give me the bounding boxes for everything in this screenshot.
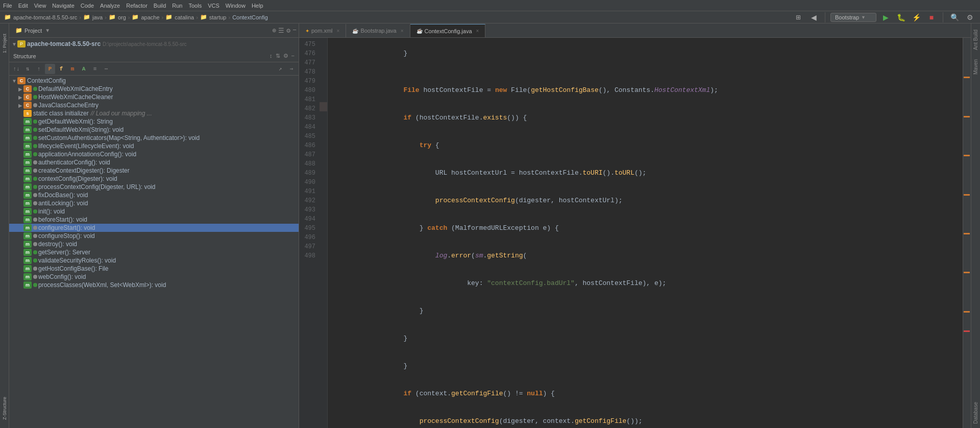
expand-arrow-icon[interactable]: ▼ bbox=[11, 41, 17, 47]
close-structure-icon[interactable]: − bbox=[291, 53, 295, 59]
sort-alpha-icon[interactable]: ↕ bbox=[270, 53, 273, 59]
close-tab-icon[interactable]: × bbox=[337, 28, 340, 34]
settings-icon[interactable]: ☰ bbox=[278, 27, 284, 35]
coverage-btn[interactable]: ⚡ bbox=[910, 11, 922, 23]
breadcrumb-startup[interactable]: startup bbox=[209, 14, 227, 20]
menu-view[interactable]: View bbox=[34, 3, 46, 9]
tree-item-defaultwebxmlcacheentry[interactable]: ▶ C DefaultWebXmlCacheEntry bbox=[9, 85, 299, 93]
menu-vcs[interactable]: VCS bbox=[208, 3, 219, 9]
stop-btn[interactable]: ■ bbox=[925, 11, 938, 23]
tree-item-contextconfig-method[interactable]: m contextConfig(Digester): void bbox=[9, 175, 299, 183]
tree-item-configurestop[interactable]: m configureStop(): void bbox=[9, 232, 299, 240]
settings-btn[interactable]: ⚙ bbox=[964, 11, 976, 23]
line-num: 491 bbox=[299, 187, 315, 196]
run-btn[interactable]: ▶ bbox=[879, 11, 892, 23]
expand-all-btn[interactable]: ≡ bbox=[90, 64, 100, 74]
menu-window[interactable]: Window bbox=[226, 3, 246, 9]
code-line-475: } bbox=[332, 40, 959, 67]
tree-item-fixdocbase[interactable]: m fixDocBase(): void bbox=[9, 191, 299, 199]
project-sidebar-tab[interactable]: 1: Project bbox=[1, 30, 8, 57]
tree-item-setdefaultwebxml[interactable]: m setDefaultWebXml(String): void bbox=[9, 126, 299, 134]
tab-contextconfigjava[interactable]: ☕ ContextConfig.java × bbox=[410, 24, 486, 37]
autoscroll-btn[interactable]: ⇒ bbox=[286, 64, 297, 74]
menu-tools[interactable]: Tools bbox=[188, 3, 202, 9]
menu-navigate[interactable]: Navigate bbox=[52, 3, 74, 9]
maven-tab[interactable]: Maven bbox=[972, 55, 979, 79]
expand-icon[interactable]: ▶ bbox=[17, 86, 23, 92]
show-inherited-btn[interactable]: ↑ bbox=[34, 64, 44, 74]
show-methods-btn[interactable]: m bbox=[67, 64, 78, 74]
code-content[interactable]: } File hostContextFile = new File(getHos… bbox=[328, 38, 963, 428]
expand-icon[interactable]: ▶ bbox=[17, 94, 23, 100]
sort-by-visibility-btn[interactable]: ↑↓ bbox=[11, 64, 21, 74]
collapse-all-btn[interactable]: ⋯ bbox=[101, 64, 111, 74]
menu-refactor[interactable]: Refactor bbox=[126, 3, 148, 9]
tree-item-validatesecurityroles[interactable]: m validateSecurityRoles(): void bbox=[9, 256, 299, 265]
minimize-icon[interactable]: − bbox=[292, 27, 297, 35]
close-tab-icon[interactable]: × bbox=[401, 28, 404, 34]
database-tab[interactable]: Database bbox=[972, 398, 979, 428]
show-abstract-btn[interactable]: A bbox=[79, 64, 89, 74]
menu-analyze[interactable]: Analyze bbox=[100, 3, 120, 9]
project-tab[interactable]: 📁 Project ▼ bbox=[11, 26, 54, 35]
tree-item-processclasses[interactable]: m processClasses(WebXml, Set<WebXml>): v… bbox=[9, 281, 299, 289]
tree-item-authenticatorconfig[interactable]: m authenticatorConfig(): void bbox=[9, 158, 299, 167]
tree-item-init[interactable]: m init(): void bbox=[9, 207, 299, 216]
z-structure-sidebar-tab[interactable]: Z-Structure bbox=[1, 393, 8, 424]
project-root-item[interactable]: ▼ P apache-tomcat-8.5.50-src D:\projects… bbox=[9, 40, 299, 48]
tree-item-javaclasscacheentry[interactable]: ▶ C JavaClassCacheEntry bbox=[9, 101, 299, 109]
expand-contextconfig-icon[interactable]: ▼ bbox=[11, 78, 17, 84]
configure-structure-icon[interactable]: ⚙ bbox=[283, 53, 288, 59]
menu-edit[interactable]: Edit bbox=[18, 3, 28, 9]
menu-code[interactable]: Code bbox=[81, 3, 94, 9]
sort-order-icon[interactable]: ⇅ bbox=[276, 53, 280, 59]
tree-item-webconfig[interactable]: m webConfig(): void bbox=[9, 273, 299, 281]
gear-icon[interactable]: ⊕ bbox=[273, 27, 277, 35]
breadcrumb-org[interactable]: org bbox=[118, 14, 126, 20]
tree-item-antilocking[interactable]: m antiLocking(): void bbox=[9, 199, 299, 207]
debug-btn[interactable]: 🐛 bbox=[895, 11, 907, 23]
tree-item-hostwebxmlcachecleaner[interactable]: ▶ C HostWebXmlCacheCleaner bbox=[9, 93, 299, 101]
show-fields-btn[interactable]: f bbox=[56, 64, 66, 74]
show-properties-btn[interactable]: P bbox=[45, 64, 55, 74]
breadcrumb-project[interactable]: apache-tomcat-8.5.50-src bbox=[13, 14, 77, 20]
tree-item-getserver[interactable]: m getServer(): Server bbox=[9, 248, 299, 256]
expand-icon[interactable]: ▶ bbox=[17, 103, 23, 108]
tree-item-lifecycleevent[interactable]: m lifecycleEvent(LifecycleEvent): void bbox=[9, 142, 299, 150]
tree-item-applicationannotationsconfig[interactable]: m applicationAnnotationsConfig(): void bbox=[9, 150, 299, 158]
menu-run[interactable]: Run bbox=[172, 3, 182, 9]
access-public-icon bbox=[33, 95, 37, 99]
breadcrumb-catalina[interactable]: catalina bbox=[175, 14, 194, 20]
tab-pomxml[interactable]: ✦ pom.xml × bbox=[299, 24, 346, 37]
menu-help[interactable]: Help bbox=[252, 3, 263, 9]
tree-item-static-initializer[interactable]: s static class initializer // Load our m… bbox=[9, 109, 299, 117]
menu-build[interactable]: Build bbox=[154, 3, 166, 9]
org-folder-icon: 📁 bbox=[109, 14, 116, 20]
sort-alphabetically-btn[interactable]: ⇅ bbox=[22, 64, 33, 74]
tree-item-beforestart[interactable]: m beforeStart(): void bbox=[9, 216, 299, 224]
close-tab-icon[interactable]: × bbox=[476, 28, 479, 34]
back-btn[interactable]: ◀ bbox=[807, 11, 820, 23]
menu-file[interactable]: File bbox=[3, 3, 12, 9]
tree-item-configurestart[interactable]: m configureStart(): void bbox=[9, 224, 299, 232]
run-config-dropdown[interactable]: Bootstrap ▼ bbox=[830, 13, 876, 22]
tree-item-createcontextdigester[interactable]: m createContextDigester(): Digester bbox=[9, 167, 299, 175]
breadcrumb-apache[interactable]: apache bbox=[141, 14, 159, 20]
configure-icon[interactable]: ⚙ bbox=[286, 27, 290, 35]
tree-item-processcontextconfig[interactable]: m processContextConfig(Digester, URL): v… bbox=[9, 183, 299, 191]
layout-btn[interactable]: ⊞ bbox=[792, 11, 804, 23]
tab-bootstrapjava[interactable]: ☕ Bootstrap.java × bbox=[346, 24, 410, 37]
ant-build-tab[interactable]: Ant Build bbox=[972, 26, 979, 54]
breadcrumb-java[interactable]: java bbox=[92, 14, 103, 20]
search-everywhere-btn[interactable]: 🔍 bbox=[948, 11, 961, 23]
right-scrollbar[interactable] bbox=[963, 38, 971, 428]
tree-item-gethostconfigbase[interactable]: m getHostConfigBase(): File bbox=[9, 265, 299, 273]
project-tab-dropdown-icon[interactable]: ▼ bbox=[45, 28, 50, 33]
scroll-to-source-btn[interactable]: ↗ bbox=[275, 64, 285, 74]
line-num: 493 bbox=[299, 205, 315, 215]
tree-item-getdefaultwebxml[interactable]: m getDefaultWebXml(): String bbox=[9, 117, 299, 126]
scroll-marker-3 bbox=[964, 155, 970, 156]
tree-item-destroy[interactable]: m destroy(): void bbox=[9, 240, 299, 248]
tree-item-setcustomauthenticators[interactable]: m setCustomAuthenticators(Map<String, Au… bbox=[9, 134, 299, 142]
tree-item-contextconfig[interactable]: ▼ C ContextConfig bbox=[9, 77, 299, 85]
